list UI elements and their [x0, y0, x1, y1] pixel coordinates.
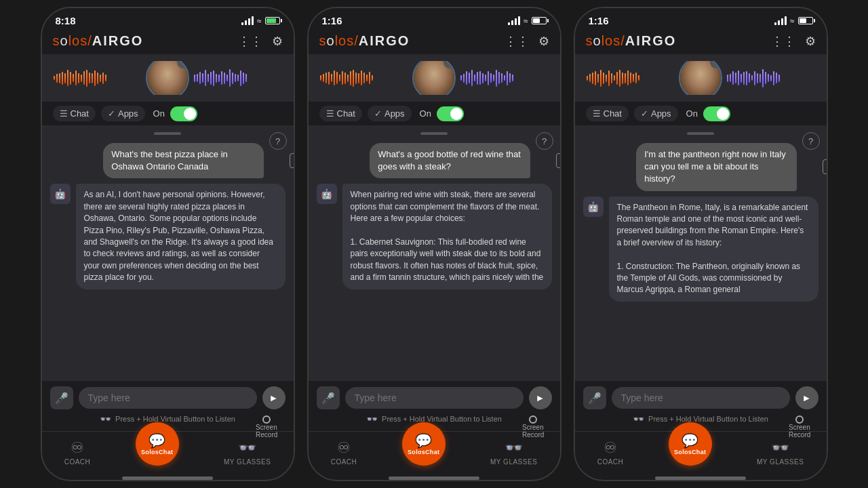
mic-button[interactable]: 🎤 [317, 386, 340, 409]
message-options-btn[interactable]: ☰ [290, 153, 294, 168]
apps-chevron-icon: ✓ [108, 108, 115, 119]
mic-button[interactable]: 🎤 [583, 386, 606, 409]
wave-bar-right-18 [509, 73, 511, 83]
phone-2: 1:16 ≈ solos/AIRGO ⋮⋮ ⚙ [307, 7, 561, 481]
solos-chat-nav-item[interactable]: 💬 SolosChat [136, 436, 179, 466]
grid-icon[interactable]: ⋮⋮ [238, 34, 262, 49]
drag-handle [687, 132, 714, 135]
wave-bar-left-3 [595, 71, 596, 85]
header-icons: ⋮⋮ ⚙ [771, 34, 816, 49]
solos-chat-nav-item[interactable]: 💬 SolosChat [402, 436, 446, 466]
apps-tab-label: Apps [118, 108, 138, 119]
user-message-bubble: What's the best pizza place in Oshawa On… [103, 143, 263, 178]
wave-bar-left-2 [59, 73, 60, 83]
send-button[interactable]: ► [795, 386, 818, 409]
coach-nav-item[interactable]: ♾ COACH [331, 439, 357, 466]
wifi-icon: ≈ [790, 16, 795, 26]
glasses-nav-item[interactable]: ScreenRecord 👓 MY GLASSES [224, 439, 271, 466]
apps-chevron-icon: ✓ [374, 108, 382, 119]
message-options-btn[interactable]: ☰ [823, 159, 827, 174]
gear-icon[interactable]: ⚙ [538, 34, 549, 49]
chat-input[interactable] [79, 387, 257, 409]
wave-bar-left-12 [86, 70, 87, 87]
wave-bar-right-13 [229, 69, 231, 87]
wave-bar-left-2 [326, 73, 327, 83]
wave-bar-right-9 [485, 75, 486, 81]
wave-bar-left-18 [369, 72, 370, 84]
toggle-switch[interactable] [703, 106, 730, 121]
user-message-row: What's the best pizza place in Oshawa On… [50, 143, 285, 178]
avatar-circle[interactable]: + [679, 61, 722, 95]
gear-icon[interactable]: ⚙ [272, 34, 283, 49]
send-button[interactable]: ► [262, 386, 285, 409]
wave-bar-right-1 [730, 74, 731, 82]
toggle-switch[interactable] [170, 106, 197, 121]
ai-message-row: 🤖 The Pantheon in Rome, Italy, is a rema… [583, 197, 818, 302]
solos-chat-icon: 💬 [415, 432, 432, 449]
coach-nav-item[interactable]: ♾ COACH [64, 439, 91, 466]
user-message-bubble: I'm at the pantheon right now in Italy c… [636, 143, 796, 191]
wave-bar-right-7 [746, 71, 747, 85]
solos-chat-nav-item[interactable]: 💬 SolosChat [669, 436, 712, 466]
chat-tab[interactable]: ☰ Chat [586, 106, 629, 121]
glasses-nav-item[interactable]: ScreenRecord 👓 MY GLASSES [490, 439, 537, 466]
wave-bar-right-9 [218, 75, 220, 82]
avatar-circle[interactable]: + [146, 61, 189, 95]
sliders-icon: ☰ [60, 108, 68, 119]
wave-bar-right-5 [474, 75, 475, 81]
signal-bars-icon [241, 16, 254, 25]
grid-icon[interactable]: ⋮⋮ [771, 34, 795, 49]
wave-bar-right-1 [463, 74, 465, 83]
waveform-container: + [319, 61, 549, 95]
home-indicator [655, 476, 746, 480]
send-button[interactable]: ► [529, 386, 552, 409]
wave-bar-left-0 [320, 75, 321, 81]
wave-bar-left-13 [622, 73, 623, 84]
voice-bar: + [575, 54, 827, 102]
bottom-nav: ♾ COACH 💬 SolosChat ScreenRecord 👓 MY GL… [42, 431, 294, 472]
header-icons: ⋮⋮ ⚙ [505, 34, 549, 49]
wave-bar-left-16 [630, 73, 631, 83]
apps-tab[interactable]: ✓ Apps [634, 106, 678, 121]
on-label: On [686, 108, 698, 119]
chat-area: ? I'm at the pantheon right now in Italy… [575, 125, 827, 381]
chat-tab[interactable]: ☰ Chat [53, 106, 96, 121]
apps-tab[interactable]: ✓ Apps [101, 106, 145, 121]
wave-bar-right-2 [199, 72, 201, 84]
solos-chat-button[interactable]: 💬 SolosChat [402, 422, 446, 466]
wave-bar-left-1 [323, 74, 324, 82]
waveform-left [53, 64, 142, 92]
message-options-btn[interactable]: ☰ [556, 153, 560, 168]
chat-tab[interactable]: ☰ Chat [319, 106, 362, 121]
wifi-icon: ≈ [524, 16, 528, 26]
gear-icon[interactable]: ⚙ [805, 34, 816, 49]
mic-button[interactable]: 🎤 [50, 386, 73, 409]
solos-chat-label: SolosChat [408, 449, 439, 455]
wave-bar-right-11 [757, 73, 758, 83]
wave-bar-right-0 [194, 75, 195, 82]
signal-bars-icon [774, 16, 787, 25]
chat-input[interactable] [612, 387, 790, 409]
wave-bar-left-11 [350, 71, 351, 85]
chat-input[interactable] [345, 387, 524, 409]
wave-bar-left-17 [100, 75, 101, 82]
wave-bar-left-6 [70, 72, 71, 85]
wave-bar-left-5 [67, 70, 68, 86]
wave-bar-right-17 [773, 71, 774, 85]
solos-chat-button[interactable]: 💬 SolosChat [669, 422, 712, 466]
wave-bar-right-6 [743, 72, 745, 85]
coach-nav-item[interactable]: ♾ COACH [597, 439, 624, 466]
apps-tab[interactable]: ✓ Apps [368, 106, 412, 121]
grid-icon[interactable]: ⋮⋮ [505, 34, 529, 49]
apps-tab-label: Apps [651, 108, 671, 119]
wave-bar-left-8 [342, 71, 343, 85]
ai-avatar: 🤖 [50, 184, 71, 204]
glasses-nav-item[interactable]: ScreenRecord 👓 MY GLASSES [757, 439, 804, 466]
wave-bar-right-10 [221, 71, 222, 85]
toggle-switch[interactable] [437, 106, 464, 121]
chat-header-bar [50, 132, 285, 135]
solos-chat-button[interactable]: 💬 SolosChat [136, 422, 179, 466]
avatar-circle[interactable]: + [412, 61, 456, 95]
screen-record-label: ScreenRecord [522, 424, 544, 439]
wave-bar-left-1 [589, 74, 591, 82]
